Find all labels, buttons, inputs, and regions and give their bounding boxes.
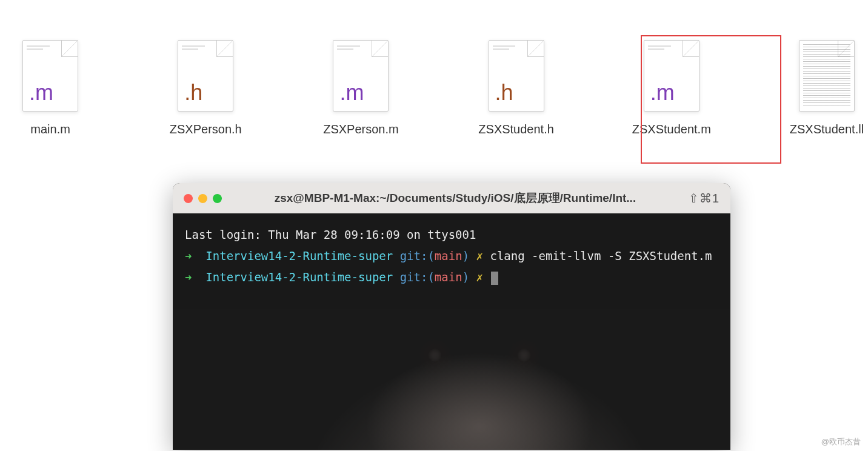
file-item-zsxstudent-m[interactable]: .m ZSXStudent.m [630, 36, 713, 136]
file-icon: .h [486, 36, 547, 115]
file-label: ZSXStudent.m [632, 122, 711, 136]
file-icon [796, 36, 857, 115]
terminal-line-last-login: Last login: Thu Mar 28 09:16:09 on ttys0… [185, 224, 718, 246]
file-label: ZSXStudent.ll [790, 122, 864, 136]
file-label: ZSXPerson.h [170, 122, 242, 136]
maximize-button[interactable] [213, 194, 222, 203]
file-extension-badge: .m [339, 82, 364, 104]
file-extension-badge: .h [184, 82, 202, 104]
file-label: ZSXPerson.m [323, 122, 398, 136]
file-item-main-m[interactable]: .m main.m [9, 36, 92, 136]
watermark: @欧币杰昔 [821, 436, 861, 447]
terminal-titlebar[interactable]: zsx@MBP-M1-Max:~/Documents/Study/iOS/底层原… [173, 183, 730, 213]
cursor-icon [491, 272, 498, 285]
terminal-line-prompt: ➜ Interview14-2-Runtime-super git:(main)… [185, 267, 718, 288]
terminal-line-command: ➜ Interview14-2-Runtime-super git:(main)… [185, 246, 718, 267]
terminal-shortcut-indicator: ⇧⌘1 [689, 191, 719, 205]
terminal-window: zsx@MBP-M1-Max:~/Documents/Study/iOS/底层原… [173, 183, 730, 450]
window-controls [184, 194, 222, 203]
minimize-button[interactable] [198, 194, 207, 203]
file-extension-badge: .m [650, 82, 675, 104]
close-button[interactable] [184, 194, 193, 203]
file-icon: .m [330, 36, 391, 115]
file-label: ZSXStudent.h [478, 122, 554, 136]
file-item-zsxperson-m[interactable]: .m ZSXPerson.m [319, 36, 402, 136]
file-icon: .h [175, 36, 236, 115]
terminal-body[interactable]: Last login: Thu Mar 28 09:16:09 on ttys0… [173, 213, 730, 450]
file-extension-badge: .h [495, 82, 513, 104]
file-icon: .m [20, 36, 81, 115]
file-item-zsxstudent-ll[interactable]: ZSXStudent.ll [786, 36, 868, 136]
finder-files-area: .m main.m .h ZSXPerson.h .m ZSXPerson.m … [0, 0, 868, 149]
file-item-zsxperson-h[interactable]: .h ZSXPerson.h [164, 36, 247, 136]
file-icon: .m [641, 36, 702, 115]
file-extension-badge: .m [29, 82, 53, 104]
terminal-title: zsx@MBP-M1-Max:~/Documents/Study/iOS/底层原… [229, 190, 681, 206]
file-label: main.m [30, 122, 70, 136]
file-item-zsxstudent-h[interactable]: .h ZSXStudent.h [475, 36, 558, 136]
